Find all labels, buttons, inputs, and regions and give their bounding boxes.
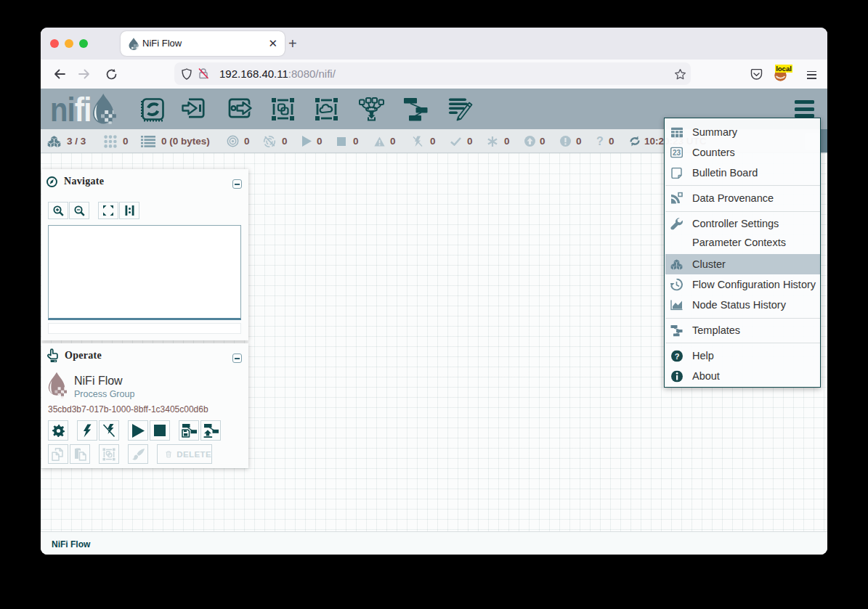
svg-text:23: 23 — [673, 149, 681, 157]
svg-text:?: ? — [674, 351, 679, 360]
